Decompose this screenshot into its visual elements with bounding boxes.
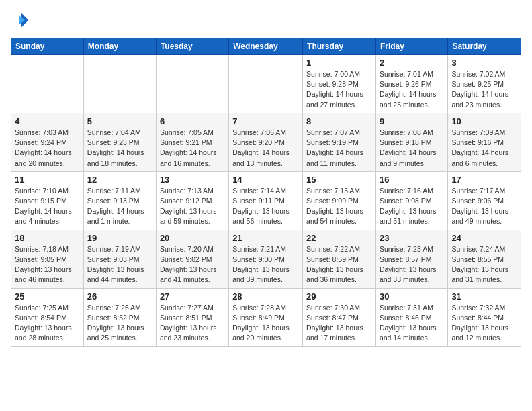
day-detail: Sunrise: 7:25 AM Sunset: 8:54 PM Dayligh… <box>15 303 80 344</box>
calendar-cell: 9Sunrise: 7:08 AM Sunset: 9:18 PM Daylig… <box>375 113 447 171</box>
day-detail: Sunrise: 7:30 AM Sunset: 8:47 PM Dayligh… <box>306 303 372 344</box>
calendar-cell: 31Sunrise: 7:32 AM Sunset: 8:44 PM Dayli… <box>448 288 521 347</box>
day-detail: Sunrise: 7:10 AM Sunset: 9:15 PM Dayligh… <box>15 186 80 227</box>
calendar-body: 1Sunrise: 7:00 AM Sunset: 9:28 PM Daylig… <box>11 55 521 347</box>
day-detail: Sunrise: 7:32 AM Sunset: 8:44 PM Dayligh… <box>451 303 517 344</box>
calendar-cell: 10Sunrise: 7:09 AM Sunset: 9:16 PM Dayli… <box>448 113 521 171</box>
calendar-cell: 21Sunrise: 7:21 AM Sunset: 9:00 PM Dayli… <box>229 230 303 288</box>
calendar-cell: 17Sunrise: 7:17 AM Sunset: 9:06 PM Dayli… <box>448 171 521 230</box>
day-number: 16 <box>380 175 444 185</box>
day-number: 24 <box>451 233 517 243</box>
day-number: 1 <box>306 58 372 68</box>
day-detail: Sunrise: 7:04 AM Sunset: 9:23 PM Dayligh… <box>87 128 152 169</box>
calendar-cell: 3Sunrise: 7:02 AM Sunset: 9:25 PM Daylig… <box>448 55 521 113</box>
weekday-header-thursday: Thursday <box>303 38 376 55</box>
day-detail: Sunrise: 7:01 AM Sunset: 9:26 PM Dayligh… <box>380 69 444 110</box>
calendar-week-row: 1Sunrise: 7:00 AM Sunset: 9:28 PM Daylig… <box>11 55 521 113</box>
calendar-cell: 27Sunrise: 7:27 AM Sunset: 8:51 PM Dayli… <box>156 288 228 347</box>
day-number: 15 <box>306 175 372 185</box>
calendar-cell: 29Sunrise: 7:30 AM Sunset: 8:47 PM Dayli… <box>303 288 376 347</box>
day-number: 6 <box>160 116 225 126</box>
calendar-cell <box>83 55 156 113</box>
weekday-header-wednesday: Wednesday <box>229 38 303 55</box>
day-detail: Sunrise: 7:21 AM Sunset: 9:00 PM Dayligh… <box>232 244 299 285</box>
calendar-cell: 1Sunrise: 7:00 AM Sunset: 9:28 PM Daylig… <box>303 55 376 113</box>
day-number: 20 <box>160 233 225 243</box>
day-detail: Sunrise: 7:31 AM Sunset: 8:46 PM Dayligh… <box>380 303 444 344</box>
day-number: 25 <box>15 291 80 302</box>
day-number: 27 <box>160 291 225 302</box>
calendar-cell: 14Sunrise: 7:14 AM Sunset: 9:11 PM Dayli… <box>229 171 303 230</box>
calendar-week-row: 25Sunrise: 7:25 AM Sunset: 8:54 PM Dayli… <box>11 288 521 347</box>
day-number: 9 <box>380 116 444 126</box>
day-number: 4 <box>15 116 80 126</box>
calendar-cell: 23Sunrise: 7:23 AM Sunset: 8:57 PM Dayli… <box>375 230 447 288</box>
calendar-cell: 15Sunrise: 7:15 AM Sunset: 9:09 PM Dayli… <box>303 171 376 230</box>
calendar-cell <box>229 55 303 113</box>
day-detail: Sunrise: 7:19 AM Sunset: 9:03 PM Dayligh… <box>87 244 152 285</box>
day-detail: Sunrise: 7:17 AM Sunset: 9:06 PM Dayligh… <box>451 186 517 227</box>
day-number: 12 <box>87 175 152 185</box>
calendar-cell: 30Sunrise: 7:31 AM Sunset: 8:46 PM Dayli… <box>375 288 447 347</box>
logo <box>11 11 32 30</box>
day-detail: Sunrise: 7:09 AM Sunset: 9:16 PM Dayligh… <box>451 128 517 169</box>
weekday-header-saturday: Saturday <box>448 38 521 55</box>
calendar-cell: 5Sunrise: 7:04 AM Sunset: 9:23 PM Daylig… <box>83 113 156 171</box>
day-detail: Sunrise: 7:11 AM Sunset: 9:13 PM Dayligh… <box>87 186 152 227</box>
calendar-table: SundayMondayTuesdayWednesdayThursdayFrid… <box>11 38 521 347</box>
calendar-cell: 2Sunrise: 7:01 AM Sunset: 9:26 PM Daylig… <box>375 55 447 113</box>
day-detail: Sunrise: 7:16 AM Sunset: 9:08 PM Dayligh… <box>380 186 444 227</box>
page-header <box>11 11 521 30</box>
calendar-cell: 11Sunrise: 7:10 AM Sunset: 9:15 PM Dayli… <box>11 171 84 230</box>
calendar-cell: 24Sunrise: 7:24 AM Sunset: 8:55 PM Dayli… <box>448 230 521 288</box>
day-number: 26 <box>87 291 152 302</box>
logo-icon <box>11 11 30 30</box>
calendar-cell: 26Sunrise: 7:26 AM Sunset: 8:52 PM Dayli… <box>83 288 156 347</box>
calendar-cell: 20Sunrise: 7:20 AM Sunset: 9:02 PM Dayli… <box>156 230 228 288</box>
day-number: 22 <box>306 233 372 243</box>
calendar-week-row: 18Sunrise: 7:18 AM Sunset: 9:05 PM Dayli… <box>11 230 521 288</box>
calendar-cell: 28Sunrise: 7:28 AM Sunset: 8:49 PM Dayli… <box>229 288 303 347</box>
weekday-header-sunday: Sunday <box>11 38 84 55</box>
day-number: 19 <box>87 233 152 243</box>
day-detail: Sunrise: 7:03 AM Sunset: 9:24 PM Dayligh… <box>15 128 80 169</box>
day-detail: Sunrise: 7:02 AM Sunset: 9:25 PM Dayligh… <box>451 69 517 110</box>
calendar-cell: 7Sunrise: 7:06 AM Sunset: 9:20 PM Daylig… <box>229 113 303 171</box>
day-detail: Sunrise: 7:20 AM Sunset: 9:02 PM Dayligh… <box>160 244 225 285</box>
weekday-header-tuesday: Tuesday <box>156 38 228 55</box>
day-detail: Sunrise: 7:06 AM Sunset: 9:20 PM Dayligh… <box>232 128 299 169</box>
day-number: 10 <box>451 116 517 126</box>
day-detail: Sunrise: 7:14 AM Sunset: 9:11 PM Dayligh… <box>232 186 299 227</box>
day-detail: Sunrise: 7:13 AM Sunset: 9:12 PM Dayligh… <box>160 186 225 227</box>
calendar-week-row: 4Sunrise: 7:03 AM Sunset: 9:24 PM Daylig… <box>11 113 521 171</box>
day-detail: Sunrise: 7:05 AM Sunset: 9:21 PM Dayligh… <box>160 128 225 169</box>
day-detail: Sunrise: 7:07 AM Sunset: 9:19 PM Dayligh… <box>306 128 372 169</box>
calendar-cell: 19Sunrise: 7:19 AM Sunset: 9:03 PM Dayli… <box>83 230 156 288</box>
day-detail: Sunrise: 7:00 AM Sunset: 9:28 PM Dayligh… <box>306 69 372 110</box>
calendar-cell <box>156 55 228 113</box>
day-number: 13 <box>160 175 225 185</box>
day-detail: Sunrise: 7:15 AM Sunset: 9:09 PM Dayligh… <box>306 186 372 227</box>
calendar-header: SundayMondayTuesdayWednesdayThursdayFrid… <box>11 38 521 55</box>
day-number: 23 <box>380 233 444 243</box>
calendar-cell: 13Sunrise: 7:13 AM Sunset: 9:12 PM Dayli… <box>156 171 228 230</box>
day-number: 5 <box>87 116 152 126</box>
day-number: 18 <box>15 233 80 243</box>
calendar-cell: 22Sunrise: 7:22 AM Sunset: 8:59 PM Dayli… <box>303 230 376 288</box>
calendar-cell: 25Sunrise: 7:25 AM Sunset: 8:54 PM Dayli… <box>11 288 84 347</box>
calendar-cell: 16Sunrise: 7:16 AM Sunset: 9:08 PM Dayli… <box>375 171 447 230</box>
day-number: 29 <box>306 291 372 302</box>
day-detail: Sunrise: 7:08 AM Sunset: 9:18 PM Dayligh… <box>380 128 444 169</box>
day-number: 17 <box>451 175 517 185</box>
day-detail: Sunrise: 7:23 AM Sunset: 8:57 PM Dayligh… <box>380 244 444 285</box>
day-number: 21 <box>232 233 299 243</box>
day-detail: Sunrise: 7:28 AM Sunset: 8:49 PM Dayligh… <box>232 303 299 344</box>
day-detail: Sunrise: 7:18 AM Sunset: 9:05 PM Dayligh… <box>15 244 80 285</box>
day-number: 7 <box>232 116 299 126</box>
day-number: 31 <box>451 291 517 302</box>
calendar-cell <box>11 55 84 113</box>
weekday-header-row: SundayMondayTuesdayWednesdayThursdayFrid… <box>11 38 521 55</box>
day-number: 30 <box>380 291 444 302</box>
day-number: 2 <box>380 58 444 68</box>
calendar-cell: 18Sunrise: 7:18 AM Sunset: 9:05 PM Dayli… <box>11 230 84 288</box>
